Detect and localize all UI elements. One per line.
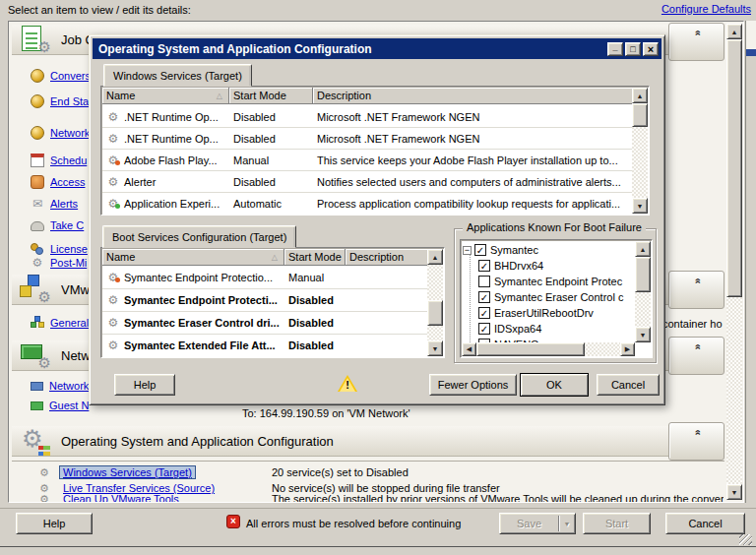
- table-row[interactable]: ⚙Symantec Eraser Control dri... Disabled: [102, 312, 427, 335]
- column-header-start-mode[interactable]: Start Mode: [284, 249, 346, 266]
- collapse-osapp-section-button[interactable]: »: [668, 422, 724, 461]
- table-row[interactable]: ⚙.NET Runtime Op... Disabled Microsoft .…: [102, 128, 632, 150]
- table-row[interactable]: ⚙Application Experi... Automatic Process…: [102, 193, 632, 214]
- scroll-up-icon[interactable]: ▲: [632, 88, 648, 103]
- table-row[interactable]: ⚙Symantec Endpoint Protecti... Disabled: [102, 289, 427, 312]
- sidebar-item-schedule[interactable]: Schedu: [31, 154, 87, 167]
- scrollbar-thumb[interactable]: [476, 342, 585, 356]
- tree-item-root[interactable]: − ✓ Symantec: [463, 242, 634, 258]
- collapse-job-section-button[interactable]: »: [668, 23, 724, 61]
- vm-network-text: To: 164.99.190.59 on 'VM Network': [242, 407, 410, 419]
- sidebar-item-post-migration[interactable]: ⚙ Post-Mi: [31, 256, 87, 270]
- table-row[interactable]: ⚙Alerter Disabled Notifies selected user…: [102, 171, 632, 193]
- scroll-up-icon[interactable]: ▲: [726, 24, 742, 39]
- checkbox[interactable]: ✓: [478, 323, 490, 335]
- scrollbar-thumb[interactable]: [632, 103, 648, 127]
- save-split-button[interactable]: Save ▼: [499, 513, 576, 534]
- table-row[interactable]: ⚙Symantec Extended File Att... Disabled: [102, 335, 427, 356]
- scrollbar-thumb[interactable]: [427, 300, 443, 326]
- checkbox[interactable]: ✓: [474, 244, 486, 256]
- table-row[interactable]: ⚙.NET Runtime Op... Disabled Microsoft .…: [102, 106, 632, 128]
- scrollbar-thumb[interactable]: [726, 39, 742, 297]
- help-button[interactable]: Help: [16, 513, 93, 534]
- windows-services-link[interactable]: Windows Services (Target): [60, 466, 195, 478]
- tree-horizontal-scrollbar[interactable]: ◀ ▶: [462, 342, 635, 356]
- tree-item[interactable]: ✓ BHDrvx64: [463, 258, 634, 274]
- table-row[interactable]: ⚙Symantec Endpoint Protectio... Manual: [102, 267, 427, 289]
- list-item-windows-services[interactable]: ⚙ Windows Services (Target) 20 service(s…: [38, 464, 724, 480]
- save-dropdown-icon[interactable]: ▼: [559, 521, 575, 527]
- job-config-icon: ⚙: [20, 25, 51, 54]
- dialog-cancel-button[interactable]: Cancel: [597, 374, 660, 396]
- checkbox[interactable]: ✓: [478, 307, 490, 319]
- column-header-description[interactable]: Description: [313, 88, 648, 104]
- table-row[interactable]: ⚙Adobe Flash Play... Manual This service…: [102, 150, 632, 171]
- tree-item[interactable]: ✓ IDSxpa64: [463, 321, 634, 337]
- sidebar-item-take-control[interactable]: Take C: [31, 219, 84, 231]
- scroll-up-icon[interactable]: ▲: [427, 249, 443, 265]
- scroll-down-icon[interactable]: ▼: [726, 484, 742, 500]
- close-button[interactable]: ×: [643, 42, 659, 56]
- services-table-scrollbar[interactable]: ▲ ▼: [632, 88, 648, 214]
- sidebar-item-network[interactable]: Network: [31, 126, 90, 140]
- sidebar-item-general[interactable]: General: [31, 316, 89, 330]
- service-icon: ⚙: [106, 294, 120, 306]
- sidebar-item-end-states[interactable]: End Sta: [31, 94, 89, 108]
- checkbox[interactable]: ✓: [478, 291, 490, 303]
- scroll-right-icon[interactable]: ▶: [620, 342, 635, 356]
- service-icon: ⚙: [38, 466, 50, 478]
- scroll-down-icon[interactable]: ▼: [632, 198, 648, 214]
- list-item-cleanup-tools[interactable]: ⚙ Clean Up VMware Tools The service(s) i…: [38, 495, 724, 503]
- tree-item[interactable]: ✓ EraserUtilRebootDrv: [463, 305, 634, 321]
- sidebar-item-alerts[interactable]: ✉ Alerts: [31, 197, 78, 211]
- tree-item[interactable]: ✓ Symantec Eraser Control c: [463, 289, 634, 305]
- boot-table-scrollbar[interactable]: ▲ ▼: [427, 249, 443, 356]
- collapse-vmware-section-button[interactable]: »: [668, 271, 724, 309]
- coin-icon: [31, 69, 44, 83]
- collapse-network-section-button[interactable]: »: [668, 337, 724, 375]
- boot-services-table: Name △ Start Mode Description ⚙Symantec …: [100, 247, 445, 358]
- main-scrollbar[interactable]: ▲ ▼: [726, 24, 742, 500]
- sidebar-item-conversion[interactable]: Convers: [31, 69, 91, 83]
- application-window: Select an item to view / edit its detail…: [0, 0, 756, 555]
- tree-item[interactable]: Symantec Endpoint Protec: [463, 274, 634, 289]
- network-card-icon: ⚙: [20, 340, 51, 370]
- cancel-button[interactable]: Cancel: [665, 513, 745, 534]
- dialog-help-button[interactable]: Help: [114, 374, 175, 396]
- sidebar-item-guest-nic[interactable]: Guest N: [31, 400, 89, 411]
- cleanup-tools-link[interactable]: Clean Up VMware Tools: [60, 495, 182, 503]
- sidebar-item-license[interactable]: License: [31, 242, 88, 256]
- scroll-up-icon[interactable]: ▲: [635, 241, 651, 257]
- section-header-osapp[interactable]: ⚙ Operating System and Application Confi…: [12, 426, 669, 457]
- tab-windows-services[interactable]: Windows Services (Target): [103, 64, 252, 87]
- list-item-live-transfer[interactable]: ⚙ Live Transfer Services (Source) No ser…: [38, 480, 724, 496]
- sidebar-item-access[interactable]: Access: [31, 175, 85, 189]
- column-header-name[interactable]: Name △: [102, 88, 229, 104]
- sidebar-item-network-settings[interactable]: Network: [31, 380, 89, 392]
- groupbox-title: Applications Known For Boot Failure: [463, 221, 646, 233]
- column-header-name[interactable]: Name △: [102, 249, 284, 266]
- scroll-down-icon[interactable]: ▼: [635, 327, 651, 342]
- fewer-options-button[interactable]: Fewer Options: [429, 374, 517, 396]
- start-button[interactable]: Start: [583, 513, 651, 534]
- scroll-left-icon[interactable]: ◀: [462, 342, 476, 356]
- service-icon: ⚙: [106, 176, 120, 188]
- checkbox[interactable]: [478, 276, 490, 287]
- tree-collapse-toggle[interactable]: −: [463, 246, 472, 255]
- scroll-down-icon[interactable]: ▼: [427, 340, 443, 356]
- column-header-start-mode[interactable]: Start Mode: [229, 88, 313, 104]
- live-transfer-link[interactable]: Live Transfer Services (Source): [60, 482, 218, 494]
- minimize-button[interactable]: _: [607, 42, 623, 56]
- dialog-titlebar[interactable]: Operating System and Application Configu…: [93, 38, 662, 59]
- configure-defaults-link[interactable]: Configure Defaults: [662, 3, 751, 15]
- service-icon: ⚙: [106, 198, 120, 210]
- row-detail: The service(s) installed by prior versio…: [272, 495, 724, 503]
- resize-grip[interactable]: [739, 534, 752, 545]
- tree-vertical-scrollbar[interactable]: ▲ ▼: [635, 241, 651, 342]
- ok-button[interactable]: OK: [520, 373, 589, 397]
- checkbox[interactable]: ✓: [478, 260, 490, 272]
- tab-boot-services[interactable]: Boot Services Configuration (Target): [102, 225, 296, 248]
- maximize-button[interactable]: □: [625, 42, 641, 56]
- service-icon: ⚙: [106, 317, 120, 329]
- scrollbar-thumb[interactable]: [635, 257, 651, 292]
